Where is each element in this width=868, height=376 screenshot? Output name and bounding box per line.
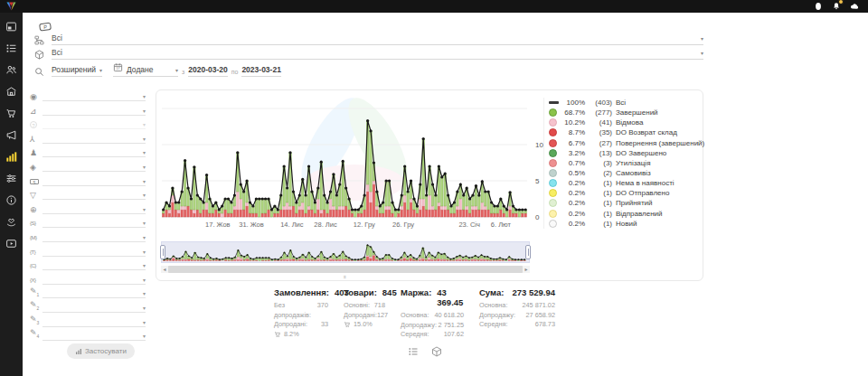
filter-row-hierarchy[interactable]: ⅄▾	[30, 132, 146, 144]
upsell-pct: 15.0%	[354, 320, 373, 330]
custom-field-4-select[interactable]: ▾	[42, 333, 146, 341]
legend-item-7[interactable]: 0.5%(2)Самовивіз	[549, 168, 706, 178]
custom-field-1-select[interactable]: ▾	[42, 290, 146, 298]
brace-c-select[interactable]: ▾	[42, 262, 146, 270]
brace-x-select[interactable]: ▾	[42, 277, 146, 285]
mini-bars-icon	[75, 348, 82, 355]
sidebar-item-settings-sliders[interactable]	[5, 173, 17, 184]
cube-select[interactable]: ▾	[42, 164, 146, 172]
brace-t-select[interactable]: ▾	[42, 249, 146, 257]
group-by-product-cube-icon[interactable]	[431, 346, 442, 357]
stat-sub-value: 2 751.25	[439, 321, 464, 331]
filter-row-custom-field-3[interactable]: ✎3▾	[30, 315, 146, 327]
filter-row-money[interactable]: $▾	[30, 174, 146, 186]
filter-row-custom-field-1[interactable]: ✎1▾	[30, 287, 146, 298]
legend-pct: 6.7%	[561, 139, 585, 147]
chevron-down-icon: ▾	[143, 108, 146, 115]
legend-item-2[interactable]: 10.2%(41)Відмова	[549, 118, 706, 127]
filter-row-custom-field-4[interactable]: ✎4▾	[30, 329, 146, 341]
filter-row-brace-t[interactable]: {T}▾	[30, 245, 146, 257]
filter-row-help[interactable]: ?▾	[30, 118, 146, 129]
scroll-right-arrow[interactable]: ▸	[523, 266, 530, 273]
custom-field-2-select[interactable]: ▾	[42, 305, 146, 313]
filter-row-custom-field-2[interactable]: ✎2▾	[30, 301, 146, 313]
legend-dot-swatch	[549, 199, 557, 207]
help-select[interactable]: ▾	[42, 121, 146, 129]
app-logo-icon[interactable]	[5, 1, 17, 12]
chart-scrollbar[interactable]: ◂ ≡ ▸	[161, 266, 530, 273]
help-icon: ?	[30, 120, 42, 129]
category-filter-value[interactable]: Всі	[52, 33, 62, 42]
chart-minimap[interactable]	[161, 241, 530, 263]
brace-s-select[interactable]: ▾	[42, 220, 146, 228]
summary-stats: Замовлення:403Без допродажів:370Допродан…	[274, 287, 555, 340]
brace-m-select[interactable]: ▾	[42, 234, 146, 242]
filter-row-brace-x[interactable]: {X}▾	[30, 273, 146, 285]
minimap-right-handle[interactable]	[525, 245, 531, 259]
date-field-select[interactable]: 17 Додане ▾	[113, 62, 178, 77]
label-tag-icon[interactable]: P	[37, 20, 53, 33]
trend-select[interactable]: ▾	[42, 108, 146, 116]
date-to-input[interactable]: 2023-03-21	[241, 65, 280, 74]
product-filter-row[interactable]: Всі ▾	[34, 48, 703, 60]
minimap-left-handle[interactable]	[160, 245, 165, 259]
sidebar-item-loyalty[interactable]	[5, 216, 17, 228]
category-filter-row[interactable]: Всі ▾	[34, 33, 703, 45]
filter-row-funnel[interactable]: ▽▾	[30, 188, 146, 200]
person-select[interactable]: ▾	[42, 149, 146, 157]
planet-select[interactable]: ▾	[42, 93, 146, 101]
legend-item-11[interactable]: 0.2%(1)Відправлений	[549, 209, 706, 219]
globe-select[interactable]: ▾	[42, 206, 146, 214]
sidebar-item-orders-list[interactable]	[5, 42, 17, 54]
filter-row-person[interactable]: ♟▾	[30, 146, 146, 157]
funnel-select[interactable]: ▾	[42, 192, 146, 200]
money-select[interactable]: ▾	[42, 178, 146, 186]
legend-item-4[interactable]: 6.7%(27)Повернення (завершений)	[549, 138, 706, 148]
filter-row-brace-m[interactable]: {M}▾	[30, 230, 146, 242]
legend-item-8[interactable]: 0.2%(1)Нема в наявності	[549, 178, 706, 188]
filter-row-brace-c[interactable]: {C}▾	[30, 258, 146, 270]
sidebar-item-analytics[interactable]	[5, 151, 17, 163]
date-from-input[interactable]: 2020-03-20	[188, 65, 227, 74]
cloud-icon[interactable]	[850, 2, 859, 11]
legend-count: (277)	[588, 108, 612, 117]
filter-row-cube[interactable]: ◈▾	[30, 160, 146, 172]
search-icon[interactable]	[34, 67, 44, 77]
filter-row-planet[interactable]: ◉▾	[30, 89, 146, 101]
legend-item-5[interactable]: 3.2%(13)DO Завершено	[549, 148, 706, 158]
brace-s-icon: {S}	[30, 219, 42, 228]
legend-item-10[interactable]: 0.2%(1)Прийнятий	[549, 198, 706, 208]
sidebar-item-customers[interactable]	[5, 64, 17, 76]
sidebar-item-info[interactable]	[5, 194, 17, 206]
legend-item-6[interactable]: 0.7%(3)Утилізація	[549, 158, 706, 168]
search-mode-select[interactable]: Розширений ▾	[52, 65, 102, 77]
chevron-down-icon: ▾	[143, 121, 146, 128]
sidebar-item-dashboard[interactable]	[5, 21, 17, 33]
svg-text:P: P	[43, 24, 47, 30]
hierarchy-select[interactable]: ▾	[42, 136, 146, 144]
legend-item-3[interactable]: 8.7%(35)DO Возврат склад	[549, 127, 706, 137]
sidebar-item-marketing[interactable]	[5, 129, 17, 141]
apply-button[interactable]: Застосувати	[67, 343, 135, 359]
brace-m-icon: {M}	[30, 233, 42, 242]
filter-row-brace-s[interactable]: {S}▾	[30, 216, 146, 228]
custom-field-3-select[interactable]: ▾	[42, 319, 146, 327]
legend-item-9[interactable]: 0.2%(1)DO Отправлено	[549, 188, 706, 198]
sidebar-item-store[interactable]	[5, 86, 17, 98]
sidebar-item-cart[interactable]	[5, 108, 17, 119]
sidebar-item-tutorials[interactable]	[5, 238, 17, 249]
legend-item-1[interactable]: 68.7%(277)Завершений	[549, 108, 706, 118]
product-filter-value[interactable]: Всі	[52, 48, 62, 57]
legend-pct: 0.5%	[561, 169, 585, 177]
user-icon[interactable]	[814, 2, 823, 11]
notifications-bell-icon[interactable]	[832, 2, 841, 11]
filter-row-globe[interactable]: ⊕▾	[30, 202, 146, 214]
filter-row-trend[interactable]: ⊿▾	[30, 104, 146, 116]
legend-item-0[interactable]: 100%(403)Всі	[549, 98, 706, 108]
legend-item-12[interactable]: 0.2%(1)Новий	[549, 219, 706, 229]
chevron-down-icon: ▾	[143, 290, 146, 297]
scroll-left-arrow[interactable]: ◂	[161, 266, 168, 273]
group-by-status-list-icon[interactable]	[408, 346, 419, 357]
stat-title: Маржа:	[401, 287, 431, 307]
scrollbar-thumb[interactable]: ≡	[168, 266, 523, 273]
